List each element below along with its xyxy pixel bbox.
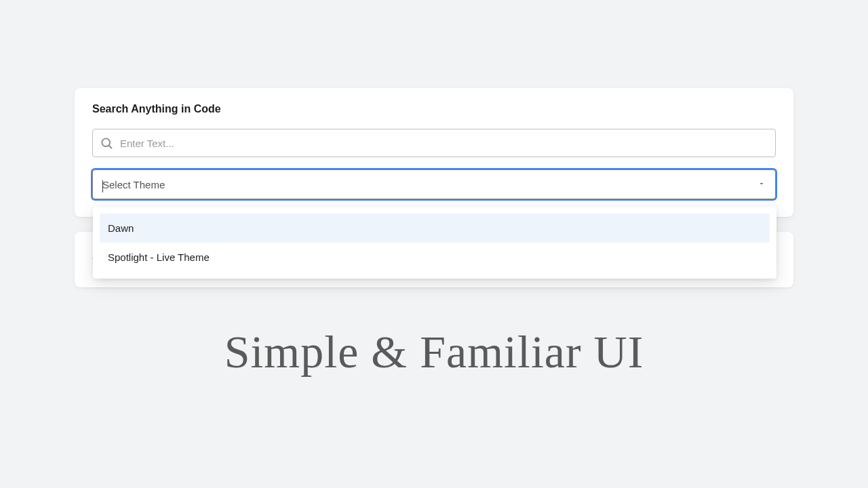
theme-option-spotlight[interactable]: Spotlight - Live Theme: [100, 243, 770, 272]
theme-dropdown: Dawn Spotlight - Live Theme: [93, 207, 776, 279]
tagline-text: Simple & Familiar UI: [75, 325, 793, 379]
search-input[interactable]: [120, 138, 768, 149]
search-icon: [100, 136, 113, 150]
search-input-row[interactable]: [92, 129, 776, 157]
search-card: Search Anything in Code Select Theme Daw…: [75, 88, 793, 217]
search-card-title: Search Anything in Code: [92, 103, 776, 115]
svg-line-1: [109, 146, 112, 148]
chevron-down-icon: [757, 178, 766, 190]
theme-select[interactable]: Select Theme Dawn Spotlight - Live Theme: [92, 169, 776, 199]
theme-option-dawn[interactable]: Dawn: [100, 214, 770, 243]
theme-select-placeholder: Select Theme: [102, 179, 165, 190]
